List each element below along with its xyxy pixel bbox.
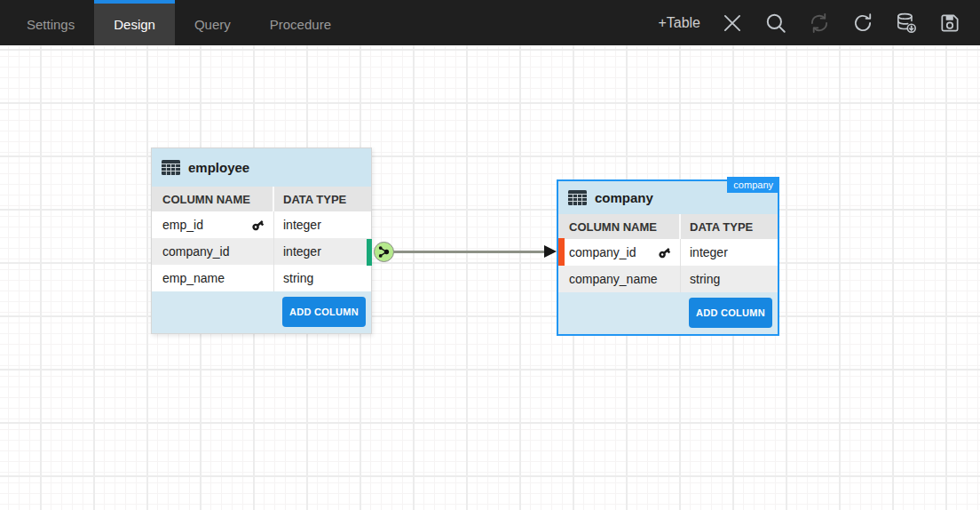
table-name: company xyxy=(595,190,653,205)
relation-source-anchor[interactable] xyxy=(367,239,372,266)
table-header-employee[interactable]: employee xyxy=(152,148,371,187)
data-type-header: DATA TYPE xyxy=(274,193,371,206)
table-row[interactable]: emp_name string xyxy=(152,265,371,291)
relation-line[interactable] xyxy=(393,251,546,253)
data-type-header: DATA TYPE xyxy=(681,220,778,234)
column-type: integer xyxy=(681,245,778,259)
table-footer: ADD COLUMN xyxy=(152,291,371,333)
column-type: integer xyxy=(274,218,371,232)
tab-query[interactable]: Query xyxy=(175,0,250,45)
relation-arrowhead-icon xyxy=(544,245,557,258)
toolbar: +Table xyxy=(658,0,980,45)
column-name: company_id xyxy=(569,245,636,259)
nav-tabs: Settings Design Query Procedure xyxy=(0,0,351,45)
table-row[interactable]: company_name string xyxy=(558,266,778,292)
db-export-icon[interactable] xyxy=(895,12,918,35)
table-footer: ADD COLUMN xyxy=(558,292,778,334)
column-type: integer xyxy=(274,244,371,259)
relation-fork-icon xyxy=(376,244,391,259)
design-canvas[interactable]: employee COLUMN NAME DATA TYPE emp_id in… xyxy=(0,45,980,510)
columns-header-row: COLUMN NAME DATA TYPE xyxy=(558,214,778,239)
sync-icon[interactable] xyxy=(808,12,831,35)
table-selection-badge: company xyxy=(727,177,779,193)
column-name: company_id xyxy=(162,244,230,259)
column-name-header: COLUMN NAME xyxy=(558,214,681,239)
save-icon[interactable] xyxy=(938,12,961,35)
close-icon[interactable] xyxy=(721,12,744,35)
top-navbar: Settings Design Query Procedure +Table xyxy=(0,0,980,45)
table-card-company[interactable]: company company COLUMN NAME DATA TYPE co… xyxy=(557,179,779,336)
tab-design[interactable]: Design xyxy=(94,0,175,45)
columns-header-row: COLUMN NAME DATA TYPE xyxy=(152,187,371,211)
table-card-employee[interactable]: employee COLUMN NAME DATA TYPE emp_id in… xyxy=(151,147,372,334)
table-row[interactable]: company_id integer xyxy=(558,239,778,266)
table-row[interactable]: company_id integer xyxy=(152,238,371,265)
search-icon[interactable] xyxy=(764,12,787,35)
column-name: company_name xyxy=(569,272,658,286)
table-grid-icon xyxy=(568,190,587,205)
column-name: emp_name xyxy=(162,271,225,285)
table-name: employee xyxy=(188,160,249,175)
relation-target-anchor[interactable] xyxy=(558,238,565,266)
add-column-button[interactable]: ADD COLUMN xyxy=(282,297,366,327)
primary-key-icon xyxy=(655,243,674,261)
table-grid-icon xyxy=(162,160,180,175)
column-name: emp_id xyxy=(162,218,203,232)
refresh-icon[interactable] xyxy=(851,12,874,35)
column-name-header: COLUMN NAME xyxy=(152,187,274,211)
column-type: string xyxy=(681,272,778,286)
column-type: string xyxy=(274,271,371,285)
tab-settings[interactable]: Settings xyxy=(7,0,94,45)
add-column-button[interactable]: ADD COLUMN xyxy=(689,298,772,328)
primary-key-icon xyxy=(249,215,267,234)
relation-connector-handle[interactable] xyxy=(374,242,394,262)
add-table-button[interactable]: +Table xyxy=(658,15,700,31)
table-row[interactable]: emp_id integer xyxy=(152,211,371,238)
tab-procedure[interactable]: Procedure xyxy=(250,0,351,45)
